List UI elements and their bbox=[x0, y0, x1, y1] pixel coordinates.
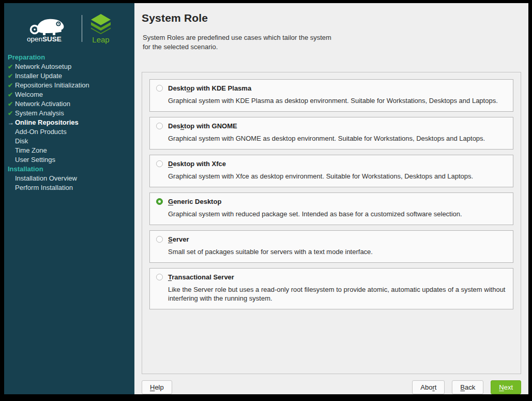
sidebar-item-label: Disk bbox=[15, 137, 28, 146]
page-header: System Role System Roles are predefined … bbox=[142, 3, 521, 52]
sidebar-item-time-zone: Time Zone bbox=[8, 146, 132, 155]
role-option-desktop-gnome[interactable]: Desktop with GNOME Graphical system with… bbox=[149, 117, 513, 150]
sidebar-item-disk: Disk bbox=[8, 137, 132, 146]
sidebar-item-label: Time Zone bbox=[15, 146, 47, 155]
radio-button[interactable] bbox=[156, 236, 163, 243]
step-status-icon: ✔ bbox=[8, 109, 15, 118]
help-button[interactable]: Help bbox=[142, 380, 172, 394]
wordmark-suse: SUSE bbox=[42, 35, 62, 43]
dark-mode-toggle-button[interactable] bbox=[507, 8, 519, 20]
role-label: Desktop with GNOME bbox=[168, 122, 237, 130]
radio-button[interactable] bbox=[156, 85, 163, 92]
role-option-desktop-kde-plasma[interactable]: Desktop with KDE Plasma Graphical system… bbox=[149, 79, 513, 112]
sidebar-item-label: Perform Installation bbox=[15, 183, 73, 192]
sidebar-item-network-activation: ✔Network Activation bbox=[8, 99, 132, 109]
sidebar-item-perform-installation: Perform Installation bbox=[8, 183, 132, 192]
radio-button[interactable] bbox=[156, 160, 163, 167]
sidebar-item-network-autosetup: ✔Network Autosetup bbox=[8, 62, 132, 71]
sidebar-item-online-repositories: →Online Repositories bbox=[8, 118, 132, 127]
logo-divider bbox=[82, 15, 82, 42]
role-option-desktop-xfce[interactable]: Desktop with Xfce Graphical system with … bbox=[149, 155, 513, 187]
wizard-button-bar: Help Abort Back Next bbox=[142, 380, 521, 394]
opensuse-logo: openSUSE. bbox=[26, 12, 75, 45]
role-label: Server bbox=[168, 235, 189, 243]
role-label: Generic Desktop bbox=[168, 198, 221, 205]
sidebar-item-label: Network Activation bbox=[15, 99, 70, 109]
nav-section-installation: Installation bbox=[8, 165, 132, 174]
role-label: Transactional Server bbox=[168, 273, 234, 281]
role-option-transactional-server[interactable]: Transactional Server Like the Server rol… bbox=[149, 268, 513, 309]
nav-section-preparation: Preparation bbox=[8, 53, 132, 62]
radio-button[interactable] bbox=[156, 274, 163, 280]
sidebar: openSUSE. Leap Preparation ✔Network Auto… bbox=[4, 3, 134, 394]
role-description: Small set of packages suitable for serve… bbox=[168, 247, 507, 256]
back-button[interactable]: Back bbox=[452, 380, 483, 394]
step-status-icon: ✔ bbox=[8, 71, 15, 81]
brand-area: openSUSE. Leap bbox=[4, 3, 134, 49]
current-step-arrow-icon: → bbox=[8, 118, 15, 127]
sidebar-item-label: System Analysis bbox=[15, 109, 64, 118]
installer-steps-nav: Preparation ✔Network Autosetup ✔Installe… bbox=[4, 49, 134, 192]
sidebar-item-repositories-initialization: ✔Repositories Initialization bbox=[8, 81, 132, 90]
sidebar-item-welcome: ✔Welcome bbox=[8, 90, 132, 99]
role-description: Graphical system with GNOME as desktop e… bbox=[168, 134, 507, 143]
radio-button[interactable] bbox=[156, 123, 163, 129]
role-description: Graphical system with KDE Plasma as desk… bbox=[168, 96, 507, 105]
step-status-icon: ✔ bbox=[8, 62, 15, 71]
wordmark-open: openSUSE. bbox=[27, 35, 63, 43]
sidebar-item-label: Installation Overview bbox=[15, 174, 77, 183]
role-description: Graphical system with Xfce as desktop en… bbox=[168, 172, 507, 181]
page-description: System Roles are predefined use cases wh… bbox=[143, 33, 521, 52]
sidebar-item-user-settings: User Settings bbox=[8, 155, 132, 165]
step-status-icon: ✔ bbox=[8, 99, 15, 109]
installer-window: openSUSE. Leap Preparation ✔Network Auto… bbox=[4, 3, 528, 394]
role-option-server[interactable]: Server Small set of packages suitable fo… bbox=[149, 230, 513, 263]
sidebar-item-installation-overview: Installation Overview bbox=[8, 174, 132, 183]
sidebar-item-system-analysis: ✔System Analysis bbox=[8, 109, 132, 118]
step-status-icon: ✔ bbox=[8, 81, 15, 90]
sidebar-item-addon-products: Add-On Products bbox=[8, 127, 132, 137]
role-option-generic-desktop[interactable]: Generic Desktop Graphical system with re… bbox=[149, 192, 513, 225]
main-content: System Role System Roles are predefined … bbox=[134, 3, 528, 394]
leap-product-label: Leap bbox=[92, 35, 109, 44]
role-description: Like the Server role but uses a read-onl… bbox=[168, 285, 507, 303]
sidebar-item-label: Welcome bbox=[15, 90, 43, 99]
sidebar-item-installer-update: ✔Installer Update bbox=[8, 71, 132, 81]
sidebar-item-label: Repositories Initialization bbox=[15, 81, 89, 90]
leap-logo: Leap bbox=[89, 13, 113, 44]
page-title: System Role bbox=[142, 12, 521, 24]
abort-button[interactable]: Abort bbox=[412, 380, 445, 394]
sidebar-item-label: User Settings bbox=[15, 155, 55, 165]
role-label: Desktop with Xfce bbox=[168, 160, 226, 168]
sidebar-item-label: Add-On Products bbox=[15, 127, 67, 137]
next-button[interactable]: Next bbox=[491, 380, 521, 394]
role-description: Graphical system with reduced package se… bbox=[168, 210, 507, 218]
system-role-options-panel: Desktop with KDE Plasma Graphical system… bbox=[142, 72, 521, 374]
sidebar-item-label: Installer Update bbox=[15, 71, 62, 81]
sidebar-item-label: Online Repositories bbox=[15, 118, 79, 127]
role-label: Desktop with KDE Plasma bbox=[168, 84, 251, 92]
radio-button-selected[interactable] bbox=[156, 198, 163, 205]
sidebar-item-label: Network Autosetup bbox=[15, 62, 71, 71]
step-status-icon: ✔ bbox=[8, 90, 15, 99]
